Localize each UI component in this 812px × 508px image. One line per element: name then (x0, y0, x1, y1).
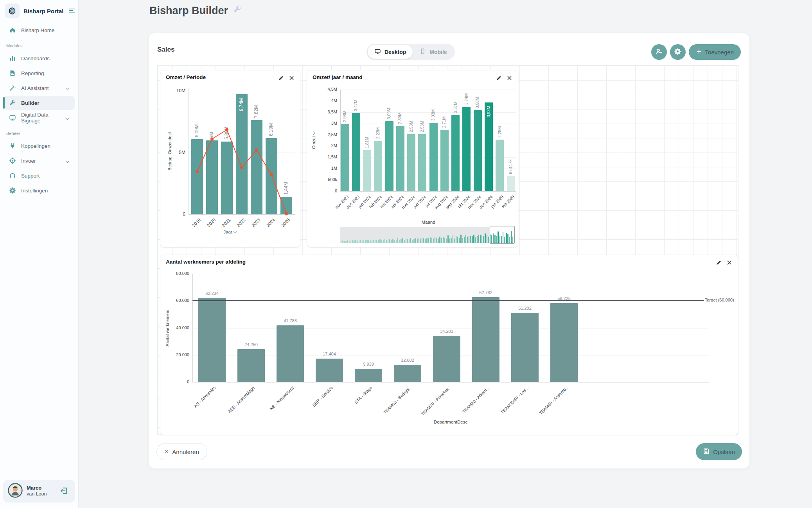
bar-sta-stage (355, 369, 382, 382)
x-axis-label[interactable]: Jaar (191, 229, 269, 235)
sidebar-collapse-button[interactable] (68, 6, 76, 16)
brush-bar (449, 239, 450, 243)
brush-bar (394, 240, 395, 243)
brush-selection[interactable] (490, 226, 515, 244)
bar-value-label: 41.783 (273, 318, 308, 323)
bar-jul-2024 (429, 123, 438, 191)
monitor-icon (9, 114, 16, 121)
y-tick-label: 500k (315, 177, 337, 182)
gear-icon (674, 48, 681, 56)
page-title: Bisharp Builder (149, 5, 242, 17)
brush-bar (472, 236, 472, 243)
sidebar-item-instellingen[interactable]: Instellingen (3, 183, 75, 197)
brush-bar (480, 235, 481, 243)
bar-2025 (280, 197, 292, 214)
widget-omzet-periode: Omzet / Periode 05M10M6,09M6M5,88M9,74M7… (160, 70, 300, 248)
home-icon (9, 27, 16, 34)
brush-minimap[interactable] (340, 227, 515, 243)
bar-value-label: 3,03M (431, 83, 436, 121)
bar-nov-2023 (341, 124, 349, 191)
brush-bar (460, 235, 461, 243)
sidebar-item-dashboards[interactable]: Dashboards (3, 51, 75, 65)
brush-bar (399, 240, 400, 243)
edit-widget-button[interactable] (495, 74, 503, 83)
remove-widget-button[interactable] (288, 74, 295, 83)
sidebar-item-ai-assistant[interactable]: AI Assistant (3, 81, 75, 95)
brush-bar (477, 236, 478, 243)
edit-widget-button[interactable] (715, 259, 722, 267)
toggle-desktop[interactable]: Desktop (368, 45, 413, 59)
edit-widget-button[interactable] (277, 74, 285, 83)
remove-widget-button[interactable] (726, 259, 733, 267)
y-tick-label: 2M (315, 143, 337, 148)
brush-bar (456, 236, 456, 243)
brush-bar (446, 239, 447, 243)
bar-value-label: 24.250 (234, 342, 269, 347)
y-tick-label: 2,5M (315, 132, 337, 137)
headset-icon (9, 172, 16, 179)
sidebar-item-label: AI Assistant (21, 85, 49, 91)
user-first-name: Marco (27, 485, 47, 491)
bar-2019 (191, 139, 203, 214)
brush-bar (396, 240, 397, 243)
y-axis-label: Bedrag, Omzet doel (167, 93, 173, 210)
sidebar-item-label: Dashboards (21, 56, 50, 61)
brush-bar (409, 239, 410, 243)
cancel-button[interactable]: × Annuleren (156, 443, 207, 460)
brush-bar (439, 237, 440, 243)
bar-team10-pons-las (433, 336, 460, 382)
chevron-down-icon (66, 86, 70, 90)
x-axis-line (192, 382, 709, 382)
remove-widget-button[interactable] (506, 74, 513, 83)
brush-bar (401, 239, 401, 243)
brush-bar (370, 241, 371, 243)
add-widget-button[interactable]: Toevoegen (689, 44, 741, 60)
bar-feb-2025 (507, 176, 515, 191)
bar-value-label: 5,88M (224, 102, 229, 140)
brush-bar (465, 235, 466, 243)
add-user-button[interactable] (651, 44, 667, 60)
save-button[interactable]: Opslaan (696, 443, 742, 460)
brush-bar (462, 238, 463, 243)
bar-value-label: 2,89M (397, 86, 402, 124)
sidebar-item-support[interactable]: Support (3, 169, 75, 183)
brush-bar (391, 240, 392, 243)
close-icon (726, 260, 732, 267)
dashboards-icon (9, 55, 16, 62)
pencil-icon (716, 260, 722, 267)
brush-bar (388, 240, 388, 243)
widget-title: Omzet/ jaar / maand (313, 74, 363, 80)
bar-value-label: 9.939 (351, 362, 386, 366)
bar-ass-assemblage (237, 349, 265, 382)
sidebar-item-bisharp-home[interactable]: Bisharp Home (3, 23, 75, 37)
board-title: Sales (157, 46, 174, 54)
settings-button[interactable] (670, 44, 686, 60)
sidebar-item-reporting[interactable]: Reporting (3, 66, 75, 80)
bar-value-label: 3,93M (486, 80, 491, 117)
werknemers-per-afdeling-chart: 020.00040.00060.00080.00062.23424.25041.… (160, 255, 738, 435)
reporting-icon (9, 70, 16, 77)
logout-button[interactable] (57, 486, 70, 497)
y-tick-label: 60.000 (167, 298, 189, 303)
bar-as-aftersales (198, 298, 226, 382)
chevron-right-icon (311, 131, 315, 135)
sidebar-item-digital-data-signage[interactable]: Digital Data Signage (3, 111, 75, 125)
brush-bar (375, 240, 375, 243)
x-tick-label: TEAM60 - Assemb.. (533, 385, 569, 421)
sidebar-item-koppelingen[interactable]: Koppelingen (3, 139, 75, 153)
bar-value-label: 2,23M (375, 101, 381, 139)
sidebar-item-invoer[interactable]: Invoer (3, 154, 75, 168)
bar-value-label: 34.201 (429, 329, 464, 334)
person-add-icon (655, 48, 663, 56)
toggle-mobile[interactable]: Mobile (413, 45, 453, 59)
brush-bar (457, 237, 458, 243)
close-icon (289, 75, 295, 82)
y-axis-label[interactable]: Omzet (311, 82, 317, 199)
brush-bar (454, 239, 455, 243)
chevron-down-icon (233, 230, 237, 233)
brush-bar (453, 235, 453, 243)
sidebar-item-builder[interactable]: Builder (3, 96, 75, 110)
wrench-icon (9, 99, 16, 106)
y-tick-label: 3M (315, 121, 337, 126)
brush-bar (447, 235, 448, 243)
